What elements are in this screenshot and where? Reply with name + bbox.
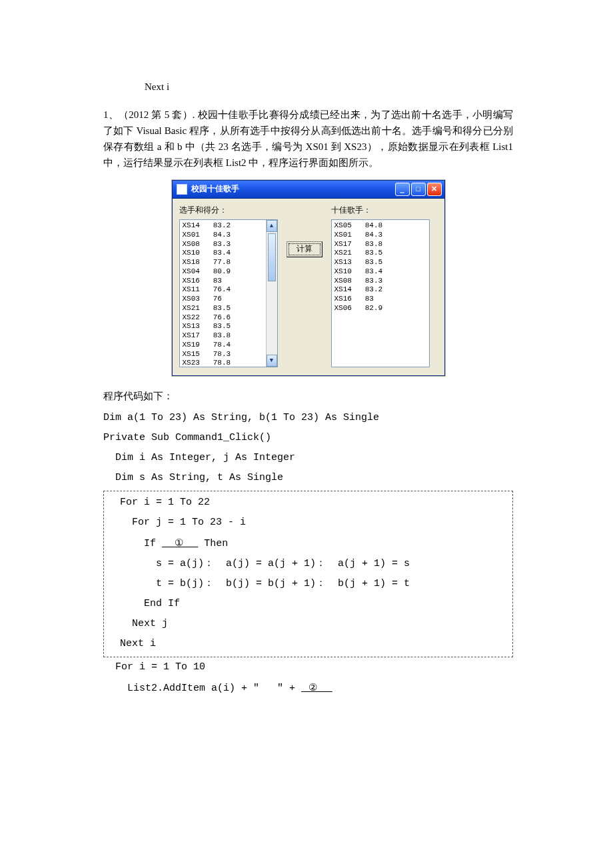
code-next-j: Next j bbox=[108, 614, 508, 634]
label-list2: 十佳歌手： bbox=[331, 204, 430, 217]
label-list1: 选手和得分： bbox=[179, 204, 278, 217]
code-additem-line: List2.AddItem a(i) + " " + ② bbox=[103, 677, 513, 699]
code-line-dim-ij: Dim i As Integer, j As Integer bbox=[103, 448, 513, 468]
app-icon bbox=[177, 184, 187, 195]
code-caption: 程序代码如下： bbox=[103, 388, 513, 404]
list2[interactable]: XS05 84.8 XS01 84.3 XS17 83.8 XS21 83.5 … bbox=[331, 219, 430, 367]
list1[interactable]: XS14 83.2 XS01 84.3 XS08 83.3 XS10 83.4 … bbox=[179, 219, 278, 367]
code-line-sub: Private Sub Command1_Click() bbox=[103, 428, 513, 448]
code-endif: End If bbox=[108, 594, 508, 614]
code-swap-a: s = a(j)： a(j) = a(j + 1)： a(j + 1) = s bbox=[108, 554, 508, 574]
code-for-output: For i = 1 To 10 bbox=[103, 657, 513, 677]
minimize-button[interactable]: ‗ bbox=[395, 183, 410, 196]
prev-code-nexti: Next i bbox=[145, 79, 513, 95]
scroll-thumb[interactable] bbox=[268, 233, 276, 281]
code-line-dim-st: Dim s As String, t As Single bbox=[103, 468, 513, 488]
question-text: 1、（2012 第 5 套）. 校园十佳歌手比赛得分成绩已经出来，为了选出前十名… bbox=[103, 107, 513, 171]
code-swap-b: t = b(j)： b(j) = b(j + 1)： b(j + 1) = t bbox=[108, 574, 508, 594]
list1-scrollbar[interactable]: ▲ ▼ bbox=[266, 220, 277, 367]
code-for-j: For j = 1 To 23 - i bbox=[108, 513, 508, 533]
window-title: 校园十佳歌手 bbox=[191, 183, 239, 195]
calculate-button[interactable]: 计算 bbox=[287, 241, 322, 257]
blank-2: ② bbox=[301, 682, 332, 693]
blank-1: ① bbox=[162, 537, 198, 548]
code-for-i: For i = 1 To 22 bbox=[108, 493, 508, 513]
scroll-down-icon[interactable]: ▼ bbox=[267, 355, 277, 367]
close-button[interactable]: ✕ bbox=[427, 183, 442, 196]
app-screenshot: 校园十佳歌手 ‗ □ ✕ 选手和得分： XS14 83.2 XS01 84.3 … bbox=[103, 180, 513, 376]
sort-loop-box: For i = 1 To 22 For j = 1 To 23 - i If ①… bbox=[103, 491, 513, 657]
code-line-dim-arrays: Dim a(1 To 23) As String, b(1 To 23) As … bbox=[103, 408, 513, 428]
code-next-i: Next i bbox=[108, 634, 508, 654]
scroll-up-icon[interactable]: ▲ bbox=[267, 220, 277, 232]
maximize-button[interactable]: □ bbox=[411, 183, 426, 196]
titlebar: 校园十佳歌手 ‗ □ ✕ bbox=[173, 181, 444, 199]
code-if-line: If ① Then bbox=[108, 533, 508, 554]
